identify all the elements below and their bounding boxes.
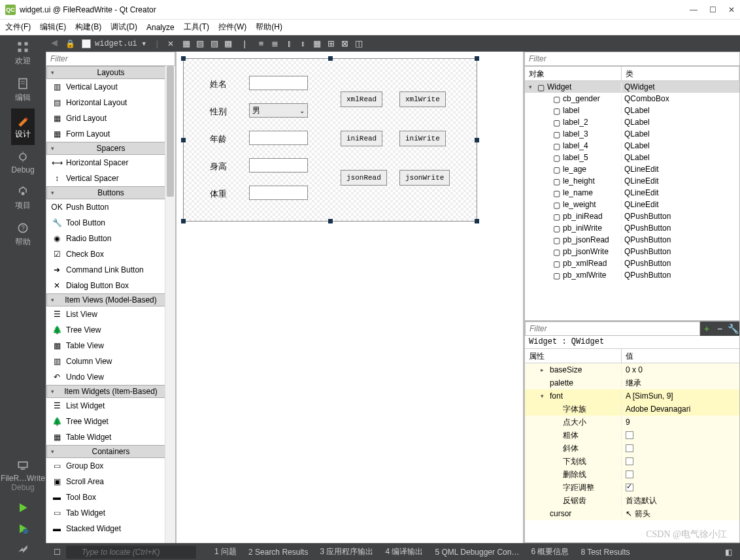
widget-item[interactable]: ✕Dialog Button Box [46,278,175,293]
pushbutton-jsonwrite[interactable]: jsonWrite [399,170,450,186]
property-row[interactable]: 斜体 [525,442,739,455]
checkbox[interactable] [626,457,633,465]
resize-handle[interactable] [475,56,479,61]
object-tree-row[interactable]: ▢label_2QLabel [525,116,739,128]
document-tab[interactable]: widget.ui ▼ [82,39,147,48]
lineedit-height[interactable] [249,158,308,173]
property-name-header[interactable]: 属性 [525,349,622,363]
object-tree-row[interactable]: ▢le_nameQLineEdit [525,187,739,199]
build-kit-selector[interactable]: FileR…Write Debug [0,453,46,497]
mode-项目[interactable]: 项目 [11,180,34,216]
pushbutton-jsonread[interactable]: jsonRead [341,170,387,186]
property-row[interactable]: 下划线 [525,455,739,468]
mode-欢迎[interactable]: 欢迎 [11,35,34,72]
object-tree-row[interactable]: ▢pb_xmlWriteQPushButton [525,269,739,281]
widget-item[interactable]: ▦Grid Layout [46,110,175,126]
object-tree-row[interactable]: ▢label_5QLabel [525,152,739,163]
mode-Debug[interactable]: Debug [11,145,34,180]
output-pane-tab[interactable]: 6 概要信息 [531,546,569,557]
mode-编辑[interactable]: 编辑 [11,72,34,108]
widget-item[interactable]: ▦Form Layout [46,126,175,142]
object-tree-row[interactable]: ▢le_heightQLineEdit [525,175,739,187]
menu-item[interactable]: 控件(W) [218,22,246,33]
property-row[interactable]: 点大小9 [525,416,739,429]
menu-item[interactable]: 调试(D) [110,22,137,33]
label-gender[interactable]: 性别 [210,106,227,118]
resize-handle[interactable] [181,56,186,61]
property-row[interactable]: ▸baseSize0 x 0 [525,363,739,376]
object-tree-row[interactable]: ▾▢WidgetQWidget [525,81,739,93]
edit-widgets-icon[interactable]: ▦ [180,39,192,48]
hsplit-icon[interactable]: ⫿ [283,39,295,48]
object-tree-row[interactable]: ▢label_4QLabel [525,140,739,152]
output-pane-tab[interactable]: 5 QML Debugger Con… [435,546,519,557]
object-col-header[interactable]: 对象 [525,67,622,80]
widget-group-header[interactable]: Item Views (Model-Based) [46,293,175,306]
widget-item[interactable]: ▭Tab Widget [46,505,175,521]
object-tree-row[interactable]: ▢labelQLabel [525,105,739,116]
vlayout-icon[interactable]: ≣ [269,39,281,48]
edit-buddies-icon[interactable]: ▨ [209,39,220,48]
label-name[interactable]: 姓名 [210,78,227,90]
widget-item[interactable]: ↶Undo View [46,369,175,385]
output-pane-tab[interactable]: 3 应用程序输出 [320,546,373,557]
widget-item[interactable]: ☑Check Box [46,246,175,262]
widget-group-header[interactable]: Item Widgets (Item-Based) [46,385,175,398]
widget-group-header[interactable]: Layouts [46,66,175,79]
remove-property-button[interactable]: − [713,321,726,336]
property-row[interactable]: 反锯齿首选默认 [525,494,739,507]
property-row[interactable]: 删除线 [525,468,739,481]
pushbutton-xmlwrite[interactable]: xmlWrite [399,91,446,107]
edit-taborder-icon[interactable]: ▩ [222,39,234,48]
class-col-header[interactable]: 类 [622,67,739,80]
object-tree-row[interactable]: ▢pb_iniReadQPushButton [525,210,739,222]
property-row[interactable]: 字体族Adobe Devanagari [525,403,739,416]
output-pane-tab[interactable]: 2 Search Results [248,546,308,557]
property-row[interactable]: palette继承 [525,376,739,389]
object-tree-row[interactable]: ▢pb_jsonWriteQPushButton [525,246,739,257]
mode-设计[interactable]: 设计 [11,108,34,145]
run-button[interactable] [0,497,46,518]
chevron-down-icon[interactable]: ▼ [141,41,147,47]
widget-group-header[interactable]: Containers [46,445,175,458]
widget-item[interactable]: ☰List Widget [46,398,175,414]
property-filter-input[interactable] [525,321,700,336]
widget-item[interactable]: ➜Command Link Button [46,262,175,278]
adjustsize-icon[interactable]: ◫ [353,39,365,48]
property-row[interactable]: ▾fontA [SimSun, 9] [525,389,739,403]
widget-item[interactable]: ▤Horizontal Layout [46,95,175,110]
back-button[interactable]: ⯇ [51,39,59,48]
checkbox[interactable] [626,470,633,478]
widget-item[interactable]: ↕Vertical Spacer [46,171,175,186]
object-filter-input[interactable] [524,52,740,66]
checkbox[interactable] [626,444,633,452]
gridlayout-icon[interactable]: ▦ [311,39,323,48]
widget-group-header[interactable]: Spacers [46,142,175,155]
hlayout-icon[interactable]: ≡ [256,39,267,48]
close-panel-icon[interactable]: ☐ [54,548,61,557]
object-tree-row[interactable]: ▢pb_iniWriteQPushButton [525,222,739,234]
close-button[interactable]: ✕ [728,5,735,14]
pushbutton-iniread[interactable]: iniRead [341,131,382,146]
pushbutton-iniwrite[interactable]: iniWrite [399,131,446,146]
expand-panel-icon[interactable]: ◧ [725,548,732,557]
property-settings-button[interactable]: 🔧 [726,321,739,336]
edit-signals-icon[interactable]: ▧ [194,39,206,48]
widget-item[interactable]: ◉Radio Button [46,231,175,246]
minimize-button[interactable]: — [690,5,698,14]
maximize-button[interactable]: ☐ [709,5,716,14]
property-row[interactable]: 粗体 [525,429,739,442]
output-pane-tab[interactable]: 8 Test Results [580,546,630,557]
widget-item[interactable]: ▦Table Widget [46,429,175,445]
resize-handle[interactable] [181,219,186,223]
scrollbar[interactable] [165,66,175,543]
resize-handle[interactable] [328,219,333,223]
property-row[interactable]: cursor↖ 箭头 [525,507,739,520]
property-value-header[interactable]: 值 [622,349,739,363]
label-age[interactable]: 年龄 [210,133,227,145]
widget-item[interactable]: ▬Stacked Widget [46,521,175,536]
object-tree-row[interactable]: ▢cb_genderQComboBox [525,93,739,105]
lineedit-weight[interactable] [249,186,308,200]
resize-handle[interactable] [328,56,333,61]
combobox-gender[interactable]: 男 [249,103,308,118]
